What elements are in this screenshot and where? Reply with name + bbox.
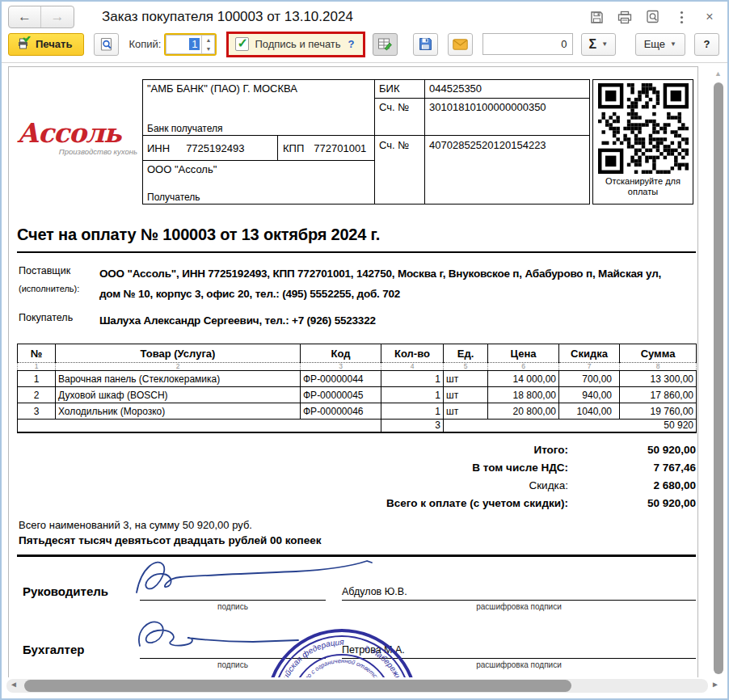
totals-section: Итого: 50 920,00В том числе НДС: 7 767,4…	[17, 441, 696, 512]
bank-table: "АМБ БАНК" (ПАО) Г. МОСКВА Банк получате…	[142, 79, 590, 205]
table-row: 1Варочная панель (Стеклокерамика)ФР-0000…	[18, 371, 697, 387]
col-header: Сумма	[620, 344, 697, 363]
checkbox-checked-icon[interactable]	[235, 37, 249, 51]
signature-caption: подпись	[140, 602, 326, 611]
more-button-label: Еще	[644, 38, 665, 50]
buyer-row: Покупатель Шалуха Александр Сергеевич, т…	[19, 310, 696, 331]
sum-indicator-field[interactable]: 0	[482, 33, 573, 55]
table-cell: ФР-00000046	[301, 403, 381, 420]
envelope-icon	[453, 39, 468, 50]
buyer-label: Покупатель	[19, 310, 99, 331]
qr-code	[598, 83, 689, 174]
col-header: Цена	[488, 344, 559, 363]
table-cell: шт	[444, 387, 488, 403]
vertical-scrollbar[interactable]: ▲	[711, 68, 726, 676]
copies-label: Копий:	[129, 38, 161, 50]
forward-button[interactable]: →	[41, 6, 74, 27]
close-icon[interactable]: ×	[702, 9, 718, 25]
total-label: В том числе НДС:	[17, 462, 568, 474]
bank-caption: Банк получателя	[147, 123, 371, 134]
corr-account-label: Сч. №	[375, 99, 424, 136]
table-cell: 940,00	[559, 387, 620, 403]
payment-qr-block: Отсканируйте для оплаты	[592, 79, 693, 205]
signature-line	[140, 600, 326, 601]
table-cell: 14 000,00	[488, 371, 559, 387]
more-button[interactable]: Еще▼	[635, 33, 685, 56]
total-row: Итого: 50 920,00	[17, 441, 696, 459]
invoice-title: Счет на оплату № 100003 от 13 октября 20…	[17, 226, 697, 244]
invoice-page[interactable]: Ассоль Производство кухонь "АМБ БАНК" (П…	[8, 66, 698, 677]
back-button[interactable]: ←	[9, 6, 41, 27]
nav-buttons: ← →	[8, 6, 74, 28]
scroll-left-icon[interactable]: ◄	[10, 680, 18, 689]
vertical-scroll-thumb[interactable]	[714, 82, 723, 674]
table-cell: Холодильник (Морозко)	[56, 403, 301, 420]
signature-role: Бухгалтер	[23, 643, 84, 656]
signature-name: Абдулов Ю.В.	[342, 586, 407, 597]
company-logo: Ассоль Производство кухонь	[17, 79, 142, 205]
table-cell: Духовой шкаф (BOSCH)	[56, 387, 301, 403]
summary-line: Всего наименований 3, на сумму 50 920,00…	[19, 519, 697, 531]
col-header: Код	[301, 344, 381, 363]
print-icon[interactable]	[617, 9, 633, 25]
table-row: 2Духовой шкаф (BOSCH)ФР-000000451шт18 80…	[18, 387, 697, 403]
print-button[interactable]: Печать	[8, 33, 84, 56]
items-table: №Товар (Услуга)КодКол-воЕд.ЦенаСкидкаСум…	[17, 344, 697, 433]
table-cell: 13 300,00	[620, 371, 697, 387]
col-header: Товар (Услуга)	[56, 344, 301, 363]
preview-icon[interactable]	[645, 9, 661, 25]
supplier-label: Поставщик	[19, 265, 99, 276]
scroll-up-icon[interactable]: ▲	[714, 70, 722, 78]
spin-up-icon: ▲	[202, 36, 214, 44]
column-number-row: 12345678	[18, 363, 697, 371]
table-pencil-icon	[377, 37, 392, 51]
kpp-label: КПП	[283, 142, 304, 154]
table-cell: шт	[444, 371, 488, 387]
table-cell: 1	[381, 403, 444, 420]
help-button[interactable]: ?	[694, 33, 719, 56]
toolbar: Печать Копий: 1 ▲▼ Подпись и печать ? 0 …	[2, 29, 727, 63]
total-label: Всего к оплате (с учетом скидки):	[17, 497, 568, 509]
preview-button[interactable]	[94, 33, 119, 56]
total-value: 50 920,00	[568, 497, 696, 509]
page-title: Заказ покупателя 100003 от 13.10.2024	[102, 9, 353, 25]
more-icon[interactable]	[673, 9, 689, 25]
footer-qty: 3	[381, 420, 444, 432]
signature-role: Руководитель	[23, 584, 108, 598]
app-window: ← → Заказ покупателя 100003 от 13.10.202…	[0, 0, 729, 700]
floppy-icon	[419, 37, 432, 51]
table-cell: 17 860,00	[620, 387, 697, 403]
table-cell: 1	[381, 371, 444, 387]
table-cell: Варочная панель (Стеклокерамика)	[56, 371, 301, 387]
spin-down-icon: ▼	[202, 44, 214, 53]
payee-name: ООО "Ассоль"	[147, 163, 371, 175]
horizontal-scroll-thumb[interactable]	[24, 680, 571, 692]
total-value: 2 680,00	[568, 479, 696, 491]
save-button[interactable]	[413, 33, 438, 56]
supplier-value: ООО "Ассоль", ИНН 7725192493, КПП 772701…	[99, 264, 675, 304]
printer-check-icon	[15, 36, 31, 53]
copies-input[interactable]: 1	[166, 35, 201, 54]
chevron-down-icon: ▼	[601, 40, 608, 48]
inn-label: ИНН	[147, 142, 170, 154]
total-value: 7 767,46	[568, 462, 696, 474]
horizontal-scrollbar[interactable]: ◄ ►	[6, 679, 708, 693]
sign-and-stamp-label: Подпись и печать	[255, 38, 340, 50]
sigma-button[interactable]: Σ▼	[581, 33, 617, 56]
save-icon[interactable]	[588, 9, 605, 25]
col-header: №	[18, 344, 56, 363]
chevron-down-icon: ▼	[670, 40, 676, 48]
copies-spin-buttons[interactable]: ▲▼	[201, 35, 215, 54]
buyer-value: Шалуха Александр Сергеевич, тел.: +7 (92…	[99, 310, 675, 331]
email-button[interactable]	[448, 33, 473, 56]
copies-stepper[interactable]: 1 ▲▼	[164, 33, 217, 56]
document-area: Ассоль Производство кухонь "АМБ БАНК" (П…	[2, 63, 727, 697]
table-cell: 3	[18, 403, 56, 420]
col-header: Скидка	[559, 344, 620, 363]
sign-help-link[interactable]: ?	[348, 38, 355, 50]
edit-layout-button[interactable]	[373, 33, 398, 56]
sign-and-stamp-checkbox[interactable]: Подпись и печать ?	[226, 32, 364, 57]
scroll-right-icon[interactable]: ►	[711, 680, 719, 689]
table-row: 3Холодильник (Морозко)ФР-000000461шт20 8…	[18, 403, 697, 420]
total-label: Скидка:	[17, 479, 568, 491]
